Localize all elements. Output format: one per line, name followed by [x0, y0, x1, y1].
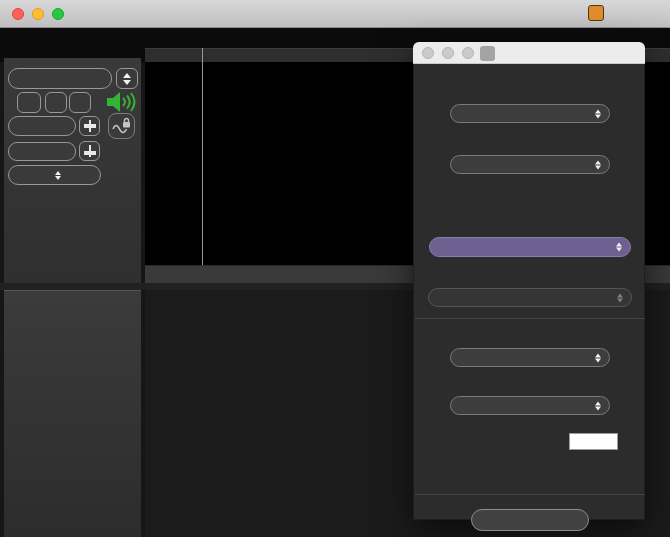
dropdown-arrows-icon	[55, 171, 61, 180]
mute-button[interactable]	[45, 92, 67, 113]
dropdown-arrows-icon	[595, 109, 601, 118]
pitch-range-button[interactable]	[8, 142, 76, 161]
dropdown-arrows-icon	[595, 160, 601, 169]
dialog-zoom-button[interactable]	[462, 47, 474, 59]
minimize-window-button[interactable]	[32, 8, 44, 20]
down-arrow-icon	[123, 80, 131, 85]
solo-button[interactable]	[69, 92, 91, 113]
speaker-icon[interactable]	[105, 89, 137, 115]
dropdown-arrows-icon	[595, 401, 601, 410]
dropdown-arrows-icon	[616, 243, 622, 252]
process-groups-dropdown	[428, 288, 632, 307]
dialog-close-button[interactable]	[422, 47, 434, 59]
dialog-app-icon	[480, 46, 495, 61]
dropdown-arrows-icon	[617, 293, 623, 302]
empty-track-panel	[4, 290, 141, 537]
selected-process-dropdown[interactable]	[450, 104, 610, 123]
window-title	[588, 5, 609, 21]
dialog-minimize-button[interactable]	[442, 47, 454, 59]
track-settings-button[interactable]	[17, 92, 41, 113]
output-dropdown[interactable]	[450, 396, 610, 415]
dropdown-arrows-icon	[595, 353, 601, 362]
track-height-stepper[interactable]	[116, 68, 138, 89]
pitch-fader-button[interactable]	[79, 141, 100, 161]
dialog-body	[413, 64, 645, 520]
revoice-app-icon	[588, 5, 604, 21]
track-name-button[interactable]	[8, 68, 112, 89]
initial-input-dropdown[interactable]	[450, 155, 610, 174]
waveform-lock-button[interactable]	[108, 113, 135, 139]
up-arrow-icon	[123, 73, 131, 78]
gain-fader-button[interactable]	[79, 116, 100, 136]
gain-button[interactable]	[8, 116, 76, 136]
dialog-titlebar[interactable]	[413, 42, 645, 64]
zoom-window-button[interactable]	[52, 8, 64, 20]
input-dropdown[interactable]	[450, 348, 610, 367]
wave-lock-icon	[111, 117, 132, 135]
presets-dropdown[interactable]	[429, 237, 631, 257]
new-process-dialog	[413, 42, 645, 520]
track-control-panel	[4, 58, 141, 283]
new-process-button[interactable]	[471, 509, 589, 531]
dialog-divider	[415, 318, 645, 319]
close-window-button[interactable]	[12, 8, 24, 20]
playhead-cursor[interactable]	[202, 48, 203, 265]
dialog-divider	[415, 494, 645, 495]
channels-dropdown[interactable]	[8, 165, 101, 185]
num-processes-input[interactable]	[569, 433, 618, 450]
window-titlebar	[0, 0, 670, 28]
